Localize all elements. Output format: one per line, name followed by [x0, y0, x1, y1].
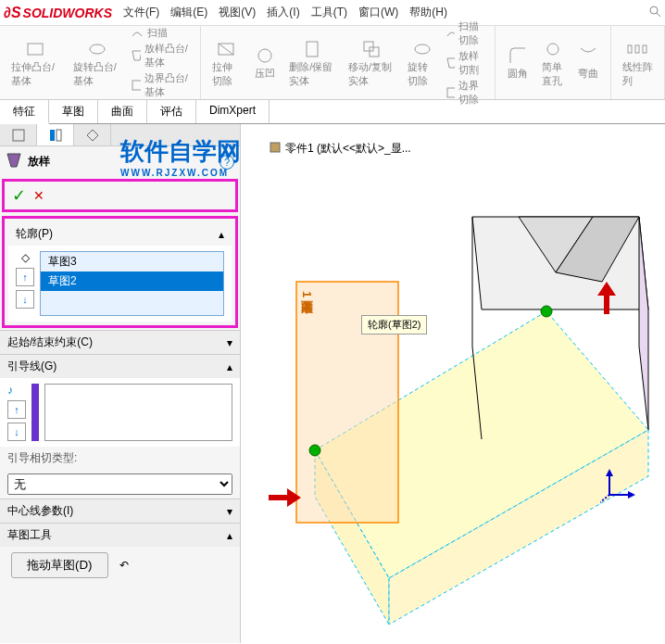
centerline-section: 中心线参数(I) ▾ — [0, 499, 240, 523]
revolve-cut-button[interactable]: 旋转切除 — [404, 36, 441, 90]
3d-viewport[interactable]: 零件1 (默认<<默认>_显... 基准面1 轮廓(草图2) — [241, 124, 665, 643]
sidebar-tab-property[interactable] — [37, 124, 74, 145]
svg-line-6 — [219, 44, 233, 55]
linear-pattern-button[interactable]: 线性阵列 — [619, 36, 657, 90]
guide-move-up-button[interactable]: ↑ — [7, 400, 26, 419]
manipulator-arrow-vertical[interactable] — [593, 282, 621, 319]
list-item[interactable]: 草图2 — [41, 271, 223, 291]
sweep-button[interactable]: 扫描 — [131, 26, 192, 40]
tangent-type-select[interactable]: 无 — [7, 474, 232, 495]
tab-surfaces[interactable]: 曲面 — [98, 100, 147, 123]
svg-point-34 — [541, 306, 552, 317]
confirm-bar: ✓ ✕ — [2, 179, 238, 212]
indent-button[interactable]: 压凹 — [250, 43, 280, 82]
search-icon[interactable] — [648, 5, 661, 20]
view-triad[interactable] — [600, 467, 637, 504]
fillet-button[interactable]: 圆角 — [503, 43, 533, 82]
reference-plane-label[interactable]: 基准面1 — [298, 291, 315, 297]
chevron-up-icon: ▴ — [227, 360, 232, 373]
svg-point-7 — [258, 49, 271, 62]
chevron-down-icon: ▾ — [227, 505, 232, 518]
move-up-button[interactable]: ↑ — [16, 268, 34, 286]
chevron-down-icon: ▾ — [227, 336, 232, 349]
tab-evaluate[interactable]: 评估 — [147, 100, 196, 123]
simple-hole-button[interactable]: 简单直孔 — [538, 36, 568, 90]
guide-color-bar — [31, 384, 39, 441]
ribbon: 拉伸凸台/基体 旋转凸台/基体 扫描 放样凸台/基体 边界凸台/基体 拉伸切除 … — [0, 26, 665, 100]
svg-rect-14 — [628, 45, 632, 53]
sketch-tools-header[interactable]: 草图工具 ▴ — [0, 524, 240, 547]
menu-help[interactable]: 帮助(H) — [409, 5, 447, 20]
profile-tooltip: 轮廓(草图2) — [361, 315, 427, 335]
svg-point-11 — [415, 44, 430, 54]
boundary-cut-button[interactable]: 边界切除 — [445, 79, 487, 107]
cancel-button[interactable]: ✕ — [33, 188, 44, 203]
menu-file[interactable]: 文件(F) — [123, 5, 159, 20]
manipulator-arrow-horizontal[interactable] — [264, 484, 301, 511]
wrap-button[interactable]: 弯曲 — [573, 43, 603, 82]
command-tabs: 特征 草图 曲面 评估 DimXpert — [0, 100, 665, 124]
menu-insert[interactable]: 插入(I) — [267, 5, 299, 20]
guides-header[interactable]: 引导线(G) ▴ — [0, 355, 240, 378]
delete-keep-button[interactable]: 删除/保留实体 — [285, 36, 339, 90]
guide-curve-icon: ♪ — [7, 384, 26, 397]
menu-edit[interactable]: 编辑(E) — [170, 5, 207, 20]
list-item[interactable]: 草图3 — [41, 252, 223, 271]
svg-rect-16 — [643, 45, 646, 53]
menu-tools[interactable]: 工具(T) — [311, 5, 347, 20]
sidebar-tab-feature-tree[interactable] — [0, 124, 37, 145]
feature-title: 放样 — [28, 154, 50, 170]
sketch-tools-section: 草图工具 ▴ 拖动草图(D) ↶ — [0, 523, 240, 584]
sweep-cut-button[interactable]: 扫描切除 — [445, 19, 487, 47]
constraints-header[interactable]: 起始/结束约束(C) ▾ — [0, 331, 240, 354]
svg-rect-9 — [364, 42, 373, 51]
loft-cut-button[interactable]: 放样切割 — [445, 49, 487, 77]
extrude-boss-button[interactable]: 拉伸凸台/基体 — [7, 36, 64, 90]
tab-sketch[interactable]: 草图 — [49, 100, 98, 123]
svg-marker-27 — [639, 217, 648, 430]
svg-line-40 — [600, 495, 609, 502]
svg-rect-12 — [447, 88, 455, 97]
app-logo: ∂S SOLIDWORKS — [4, 5, 112, 21]
svg-rect-2 — [28, 44, 43, 55]
boundary-button[interactable]: 边界凸台/基体 — [131, 71, 192, 99]
constraints-section: 起始/结束约束(C) ▾ — [0, 330, 240, 354]
svg-point-3 — [90, 44, 105, 54]
svg-rect-10 — [370, 47, 379, 57]
guide-move-down-button[interactable]: ↓ — [7, 423, 26, 441]
menu-window[interactable]: 窗口(W) — [358, 5, 398, 20]
undo-icon[interactable]: ↶ — [119, 559, 129, 572]
profiles-section: 轮廓(P) ▴ ◇ ↑ ↓ 草图3 草图2 — [2, 216, 238, 328]
ok-button[interactable]: ✓ — [12, 185, 26, 206]
watermark: 软件自学网 WWW.RJZXW.COM — [120, 135, 241, 178]
menu-bar: ∂S SOLIDWORKS 文件(F) 编辑(E) 视图(V) 插入(I) 工具… — [0, 0, 665, 26]
tangent-type-label: 引导相切类型: — [0, 447, 240, 470]
svg-rect-15 — [635, 45, 639, 53]
profiles-header[interactable]: 轮廓(P) ▴ — [8, 222, 232, 246]
move-down-button[interactable]: ↓ — [16, 290, 34, 309]
profile-diamond-icon: ◇ — [16, 251, 34, 264]
svg-rect-24 — [56, 130, 61, 141]
extrude-cut-button[interactable]: 拉伸切除 — [208, 36, 245, 90]
centerline-header[interactable]: 中心线参数(I) ▾ — [0, 499, 240, 523]
move-copy-button[interactable]: 移动/复制实体 — [345, 36, 398, 90]
menu-view[interactable]: 视图(V) — [219, 5, 256, 20]
drag-sketch-button[interactable]: 拖动草图(D) — [11, 552, 108, 578]
revolve-boss-button[interactable]: 旋转凸台/基体 — [69, 36, 126, 90]
sidebar-tab-config[interactable] — [74, 124, 111, 145]
svg-point-0 — [650, 6, 658, 14]
svg-marker-37 — [606, 469, 613, 476]
profiles-listbox[interactable]: 草图3 草图2 — [40, 251, 224, 316]
svg-rect-23 — [50, 130, 55, 141]
svg-rect-4 — [132, 81, 141, 90]
guides-section: 引导线(G) ▴ ♪ ↑ ↓ 引导相切类型: 无 — [0, 354, 240, 499]
model-view[interactable] — [241, 124, 665, 625]
tab-dimxpert[interactable]: DimXpert — [196, 100, 270, 123]
loft-button[interactable]: 放样凸台/基体 — [131, 42, 192, 69]
svg-point-13 — [547, 44, 558, 55]
tab-features[interactable]: 特征 — [0, 100, 49, 124]
svg-line-1 — [657, 13, 660, 17]
svg-rect-8 — [307, 42, 318, 57]
chevron-up-icon: ▴ — [219, 228, 224, 241]
guides-listbox[interactable] — [44, 384, 232, 441]
